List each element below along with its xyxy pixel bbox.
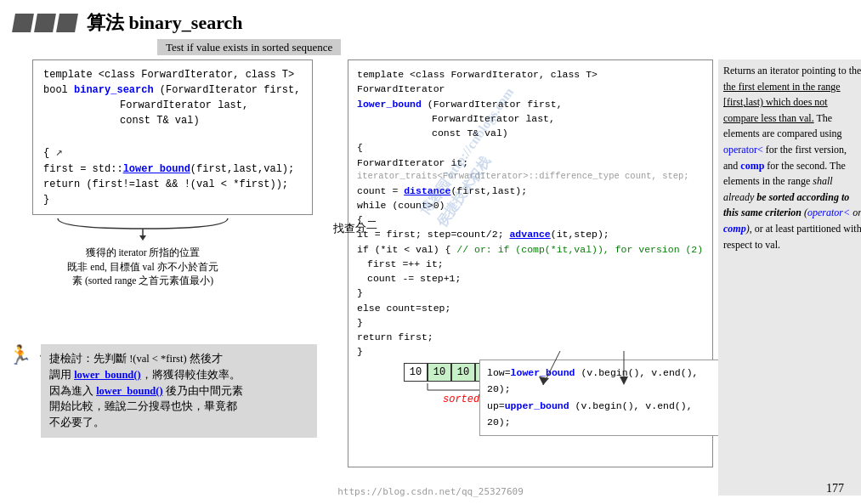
- code-line-9: }: [43, 192, 302, 207]
- mid-code-19: return first;: [357, 330, 704, 344]
- subtitle-bar: Test if value exists in sorted sequence: [157, 41, 861, 54]
- header-icons: [14, 14, 76, 32]
- code-line-3: ForwardIterator last,: [120, 98, 302, 113]
- right-text-first: the first element in the range [first,la…: [723, 81, 841, 124]
- right-panel: Returns an iterator pointing to the the …: [718, 59, 861, 496]
- mid-code-13: if (*it < val) { // or: if (comp(*it,val…: [357, 242, 704, 257]
- mid-code-18: }: [357, 315, 704, 330]
- main-area: template <class ForwardIterator, class T…: [0, 59, 861, 496]
- upper-bound-call: up=upper_bound (v.begin(), v.end(), 20);: [487, 398, 714, 431]
- mid-code-4: ForwardIterator last,: [432, 111, 704, 126]
- middle-panel: 博客园 http://cnblogs.com侯捷技术权栈 template <c…: [348, 59, 713, 496]
- left-panel: template <class ForwardIterator, class T…: [7, 59, 343, 496]
- mid-code-10: while (count>0): [357, 198, 704, 212]
- tip-box: 捷檢討：先判斷 !(val < *first) 然後才 調用 lower_bou…: [41, 344, 317, 438]
- low-arrow-annotation: [539, 351, 581, 395]
- title-text: 算法 binary_search: [87, 12, 243, 33]
- curly-brace-svg: [49, 217, 236, 241]
- page-title: 算法 binary_search: [87, 10, 243, 36]
- code-line-6: { ↗: [43, 144, 302, 161]
- sorted-keyword: sorted: [263, 41, 290, 54]
- header: 算法 binary_search: [0, 0, 861, 41]
- mid-code-1: template <class ForwardIterator, class T…: [357, 67, 704, 82]
- svg-marker-7: [539, 377, 549, 385]
- mid-code-8: iterator_traits<ForwardIterator>::differ…: [357, 170, 704, 184]
- code-line-4: const T& val): [120, 113, 302, 128]
- curly-label: 獲得的 iterator 所指的位置 既非 end, 目標值 val 亦不小於首…: [49, 246, 236, 288]
- code-line-8: return (first!=last && !(val < *first));: [43, 177, 302, 192]
- icon-block-1: [12, 14, 34, 32]
- right-comp: comp: [740, 160, 764, 172]
- left-code-box: template <class ForwardIterator, class T…: [32, 59, 313, 215]
- code-line-5: [43, 128, 302, 144]
- cell-1: 10: [428, 363, 451, 382]
- mid-code-6: {: [357, 140, 704, 155]
- mid-code-2: ForwardIterator: [357, 82, 704, 96]
- up-arrow-annotation: [603, 351, 645, 395]
- mid-code-7: ForwardIterator it;: [357, 156, 704, 170]
- right-shall: shall already be sorted according to thi…: [723, 175, 861, 235]
- mid-code-17: else count=step;: [357, 301, 704, 315]
- mid-code-5: const T& val): [432, 126, 704, 140]
- mid-code-20: }: [357, 344, 704, 359]
- mid-code-9: count = distance(first,last);: [357, 184, 704, 198]
- code-line-7: first = std::lower_bound(first,last,val)…: [43, 161, 302, 177]
- mid-code-14: first =++ it;: [367, 257, 704, 271]
- code-line-2: bool binary_search (ForwardIterator firs…: [43, 82, 302, 98]
- mid-code-3: lower_bound (ForwardIterator first,: [357, 97, 704, 111]
- cell-2: 10: [451, 363, 475, 382]
- lower-bound-call: low=lower_bound (v.begin(), v.end(), 20)…: [487, 365, 714, 398]
- right-operator-less: operator<: [723, 144, 763, 156]
- mid-code-12: it = first; step=count/2; advance(it,ste…: [357, 227, 704, 241]
- mid-code-16: }: [357, 286, 704, 300]
- page-number: 177: [826, 482, 844, 496]
- mid-code-15: count -= step+1;: [367, 271, 704, 286]
- svg-marker-1: [139, 235, 146, 241]
- icon-block-3: [56, 14, 78, 32]
- code-line-1: template <class ForwardIterator, class T…: [43, 67, 302, 82]
- mid-code-11: {: [357, 212, 704, 227]
- icon-block-2: [34, 14, 56, 32]
- cell-0: 10: [404, 363, 428, 382]
- curly-annotation: 獲得的 iterator 所指的位置 既非 end, 目標值 val 亦不小於首…: [49, 217, 343, 288]
- bound-calls-box: low=lower_bound (v.begin(), v.end(), 20)…: [479, 360, 722, 436]
- url-watermark: https://blog.csdn.net/qq_25327609: [337, 486, 524, 497]
- svg-marker-9: [620, 377, 628, 385]
